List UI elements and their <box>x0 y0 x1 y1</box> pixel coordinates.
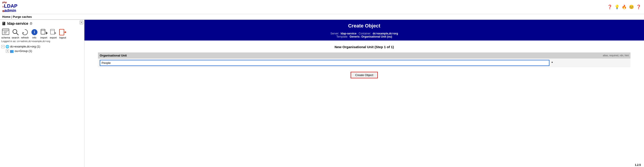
tree-root-label: dc=example,dc=org (1) <box>10 45 40 48</box>
svg-rect-10 <box>41 29 45 34</box>
attr-input-row: * <box>98 58 630 67</box>
tree-root-item[interactable]: − 🌐 dc=example,dc=org (1) <box>1 44 83 49</box>
nav-bar: Home | Purge caches <box>0 14 644 20</box>
required-star: * <box>552 61 552 64</box>
sidebar: + 🖥 ldap-service ⏱ schema <box>0 20 84 167</box>
logout-label: logout <box>60 36 66 39</box>
svg-rect-0 <box>2 29 9 35</box>
svg-line-6 <box>16 33 18 35</box>
tree-root-toggle[interactable]: − <box>1 45 4 48</box>
svg-rect-13 <box>50 29 54 34</box>
svg-text:i: i <box>34 30 35 34</box>
svg-marker-15 <box>54 32 56 35</box>
create-object-title: Create Object <box>87 23 642 29</box>
svg-marker-12 <box>46 32 48 35</box>
template-value: Generic: Organisational Unit (ou) <box>350 35 392 38</box>
sidebar-expand-button[interactable]: + <box>80 21 83 24</box>
top-bar: php = LDAP ⊞ admin ❓ 💡 🔥 😊 ❓ <box>0 0 644 14</box>
container-static-label: Container: <box>359 32 371 35</box>
nav-separator: | <box>11 15 13 18</box>
main-layout: + 🖥 ldap-service ⏱ schema <box>0 20 644 167</box>
info-label: info <box>32 36 36 39</box>
eq-label: = <box>2 5 4 8</box>
server-name-label: ldap-service <box>7 22 28 26</box>
create-object-subheader: Server: ldap-service Container: dc=examp… <box>84 32 644 40</box>
attr-input-cell: * <box>98 58 630 67</box>
info-action[interactable]: i info <box>30 28 38 39</box>
create-object-button[interactable]: Create Object <box>350 72 378 78</box>
smile-icon[interactable]: 😊 <box>628 4 634 10</box>
server-static-label: Server: <box>330 32 339 35</box>
help-icon[interactable]: ❓ <box>606 4 613 10</box>
create-object-header: Create Object <box>84 20 644 32</box>
schema-action[interactable]: schema <box>1 28 10 39</box>
svg-point-5 <box>13 30 17 34</box>
ou-input[interactable] <box>100 60 550 66</box>
attr-table: Organisational Unit alias, required, rdn… <box>98 52 630 67</box>
refresh-action[interactable]: refresh <box>21 28 29 39</box>
svg-marker-7 <box>22 32 24 34</box>
attr-label-cell: Organisational Unit <box>98 52 143 58</box>
container-value: dc=example,dc=org <box>373 32 398 35</box>
search-action[interactable]: search <box>12 28 20 39</box>
search-label: search <box>12 36 19 39</box>
import-icon <box>40 28 48 36</box>
home-link[interactable]: Home <box>2 15 10 18</box>
server-value: ldap-service <box>341 32 356 35</box>
admin-label: admin <box>4 8 16 13</box>
plus-label: ⊞ <box>2 10 4 12</box>
globe-icon: 🌐 <box>6 45 9 48</box>
refresh-label: refresh <box>21 36 28 39</box>
template-static-label: Template: <box>336 35 348 38</box>
server-icon: 🖥 <box>1 21 6 26</box>
clock-icon: ⏱ <box>30 22 32 26</box>
logged-in-text: Logged in as: cn=admin,dc=example,dc=org <box>1 40 83 42</box>
logout-action[interactable]: logout <box>59 28 67 39</box>
tree-root: − 🌐 dc=example,dc=org (1) + 👥 ou=Group (… <box>1 44 83 53</box>
attr-hints-cell: alias, required, rdn, hint <box>143 52 630 58</box>
step-title: New Organisational Unit (Step 1 of 1) <box>98 45 630 49</box>
svg-rect-16 <box>60 29 64 35</box>
server-name: 🖥 ldap-service ⏱ <box>1 21 83 26</box>
import-action[interactable]: import <box>40 28 48 39</box>
group-icon: 👥 <box>10 49 14 53</box>
tree-group-label: ou=Group (1) <box>15 49 32 53</box>
import-label: import <box>40 36 47 39</box>
tree-group-item[interactable]: + 👥 ou=Group (1) <box>6 49 83 53</box>
sidebar-actions: schema search <box>1 28 83 39</box>
svg-marker-18 <box>65 31 66 33</box>
logout-icon <box>59 28 67 36</box>
refresh-icon <box>21 28 29 36</box>
search-icon <box>12 28 20 36</box>
tree-children: + 👥 ou=Group (1) <box>6 49 83 53</box>
info-icon[interactable]: ❓ <box>636 4 642 10</box>
purge-link[interactable]: Purge caches <box>13 15 32 18</box>
top-icons: ❓ 💡 🔥 😊 ❓ <box>606 4 642 10</box>
export-action[interactable]: export <box>49 28 58 39</box>
bulb-icon[interactable]: 💡 <box>614 4 620 10</box>
schema-label: schema <box>1 36 10 39</box>
export-icon <box>49 28 58 36</box>
version-bar: 1.2.5 <box>634 163 642 167</box>
info-action-icon: i <box>30 28 38 36</box>
form-area: New Organisational Unit (Step 1 of 1) Or… <box>84 40 644 83</box>
attr-row: Organisational Unit alias, required, rdn… <box>98 52 630 58</box>
schema-icon <box>2 28 10 36</box>
content: Create Object Server: ldap-service Conta… <box>84 20 644 167</box>
export-label: export <box>50 36 57 39</box>
ldap-label: LDAP <box>4 4 18 8</box>
submit-row: Create Object <box>98 72 630 78</box>
tree-group-toggle[interactable]: + <box>6 50 9 53</box>
fire-icon[interactable]: 🔥 <box>621 4 627 10</box>
logo: php = LDAP ⊞ admin <box>2 1 17 13</box>
